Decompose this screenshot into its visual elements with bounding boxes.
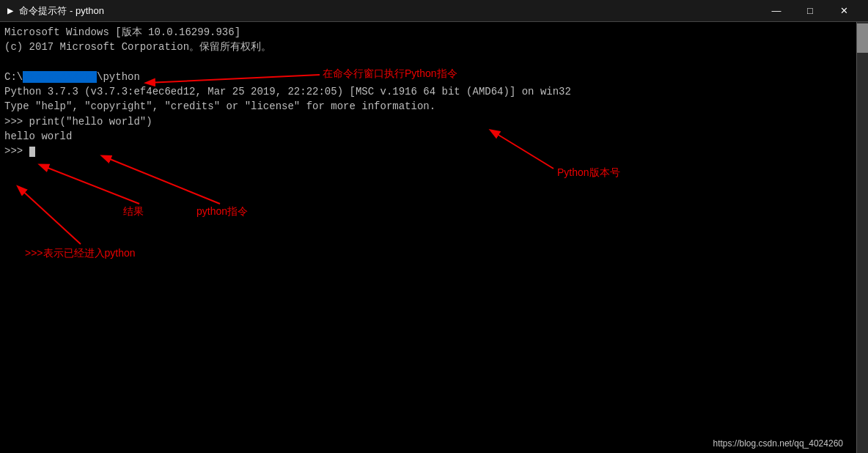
url-badge: https://blog.csdn.net/qq_4024260 — [713, 438, 843, 450]
line-python-info: Python 3.7.3 (v3.7.3:ef4ec6ed12, Mar 25 … — [4, 84, 852, 99]
line-cmd1: >>> print("hello world") — [4, 114, 852, 129]
line-type-info: Type "help", "copyright", "credits" or "… — [4, 99, 852, 114]
terminal-icon: ▶ — [7, 4, 13, 17]
line-4: C:\Users\XXXXXX\python — [4, 70, 852, 84]
annotation-enter-python: >>>表示已经进入python — [25, 246, 136, 260]
titlebar-controls: — □ ✕ — [760, 0, 861, 22]
annotation-python-cmd: python指令 — [196, 204, 248, 218]
line-3 — [4, 55, 852, 70]
window-titlebar: ▶ 命令提示符 - python — □ ✕ — [0, 0, 868, 22]
window-title: 命令提示符 - python — [19, 4, 104, 18]
maximize-button[interactable]: □ — [793, 0, 827, 22]
line-2: (c) 2017 Microsoft Corporation。保留所有权利。 — [4, 40, 852, 54]
annotation-result: 结果 — [123, 204, 144, 218]
terminal-content[interactable]: Microsoft Windows [版本 10.0.16299.936] (c… — [0, 22, 856, 453]
titlebar-left: ▶ 命令提示符 - python — [7, 4, 104, 18]
scrollbar-thumb[interactable] — [857, 23, 868, 53]
scrollbar[interactable] — [856, 22, 868, 453]
prompt-text: >>> — [4, 145, 29, 157]
svg-line-4 — [103, 156, 220, 204]
path-text: C:\Users\XXXXXX\python — [4, 71, 140, 83]
terminal-area: Microsoft Windows [版本 10.0.16299.936] (c… — [0, 22, 868, 453]
line-cmd2: >>> — [4, 144, 852, 158]
svg-line-3 — [40, 165, 139, 204]
svg-line-5 — [18, 187, 81, 244]
line-output1: hello world — [4, 129, 852, 144]
cursor-blink — [29, 147, 35, 157]
close-button[interactable]: ✕ — [827, 0, 861, 22]
line-1: Microsoft Windows [版本 10.0.16299.936] — [4, 25, 852, 40]
minimize-button[interactable]: — — [760, 0, 793, 22]
annotation-python-version: Python版本号 — [557, 165, 620, 180]
